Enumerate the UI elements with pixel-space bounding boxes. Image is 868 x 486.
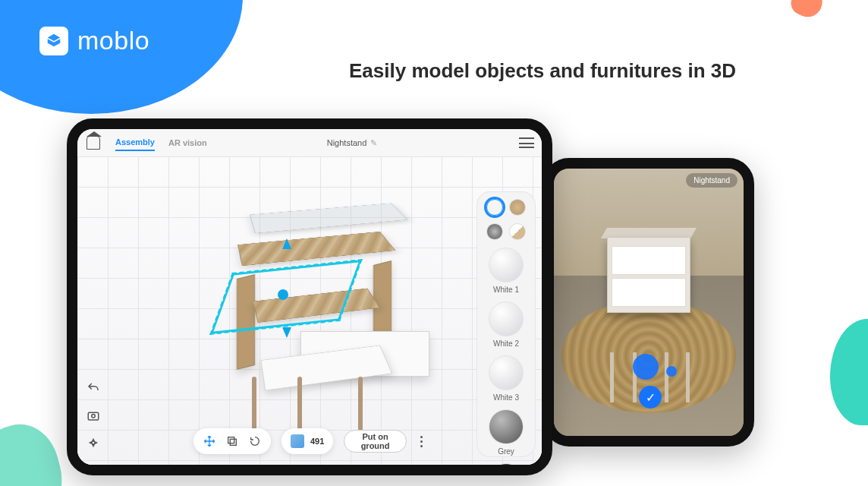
reset-tool-icon[interactable]	[248, 434, 262, 448]
tab-assembly[interactable]: Assembly	[115, 134, 155, 151]
move-tool-icon[interactable]	[203, 434, 216, 448]
move-up-arrow-icon[interactable]	[282, 238, 291, 249]
material-item-white2[interactable]: White 2	[489, 301, 524, 348]
material-label: White 1	[493, 286, 519, 294]
material-panel: White 1 White 2 White 3 Grey	[476, 191, 536, 457]
decor-blob-right	[830, 319, 868, 425]
ar-confirm-button[interactable]: ✓	[639, 386, 662, 409]
move-down-arrow-icon[interactable]	[282, 327, 291, 338]
tab-ar-vision[interactable]: AR vision	[168, 135, 207, 150]
home-icon[interactable]	[85, 134, 102, 151]
decor-blob-top-left	[0, 0, 243, 114]
document-title-text: Nightstand	[327, 138, 367, 147]
ar-title-overlay: Nightstand	[686, 173, 737, 188]
viewport-left-tools	[85, 380, 102, 451]
transform-tools	[193, 428, 271, 454]
tablet-editor: Assembly AR vision Nightstand ✎	[67, 118, 552, 475]
ar-move-gizmo-icon[interactable]	[633, 354, 659, 380]
material-item-white3[interactable]: White 3	[489, 355, 524, 402]
more-icon[interactable]	[417, 436, 426, 447]
finish-swatch-two-tone[interactable]	[509, 223, 526, 240]
put-on-ground-button[interactable]: Put on ground	[344, 430, 406, 453]
material-label: Grey	[498, 447, 514, 456]
editor-viewport[interactable]: 491 Put on ground Whi	[77, 156, 542, 465]
move-gizmo-icon[interactable]	[278, 289, 288, 300]
bottom-toolbar: 491 Put on ground	[193, 428, 426, 454]
svg-point-1	[92, 415, 96, 418]
undo-icon[interactable]	[85, 380, 102, 396]
material-item-white1[interactable]: White 1	[489, 248, 524, 294]
finish-swatch-stone[interactable]	[486, 223, 503, 240]
cube-icon	[291, 434, 304, 448]
edit-title-icon[interactable]: ✎	[370, 138, 377, 147]
material-label: White 3	[493, 393, 519, 402]
decor-blob-top-right	[787, 0, 827, 22]
camera-icon[interactable]	[85, 407, 102, 424]
svg-rect-3	[230, 439, 236, 445]
material-label: White 2	[493, 339, 519, 348]
poly-count-value: 491	[310, 437, 324, 446]
marketing-headline: Easily model objects and furnitures in 3…	[349, 59, 736, 83]
brand: moblo	[39, 26, 149, 55]
poly-count-pill: 491	[281, 428, 333, 454]
brand-name: moblo	[77, 26, 149, 55]
document-title[interactable]: Nightstand ✎	[327, 138, 378, 148]
svg-rect-0	[88, 412, 99, 420]
material-item-grey[interactable]: Grey	[489, 409, 524, 456]
ar-nightstand-model[interactable]	[599, 237, 698, 358]
finish-swatch-wood[interactable]	[509, 199, 526, 216]
tablet-ar-preview: Nightstand ✓	[543, 158, 754, 447]
check-icon: ✓	[646, 390, 656, 405]
orbit-icon[interactable]	[85, 434, 102, 451]
svg-rect-2	[228, 437, 234, 443]
menu-icon[interactable]	[519, 137, 534, 148]
decor-blob-bottom-left	[0, 416, 72, 486]
ar-scene: Nightstand ✓	[554, 169, 744, 436]
brand-logo-icon	[39, 27, 68, 55]
top-bar: Assembly AR vision Nightstand ✎	[77, 129, 542, 156]
put-on-ground-label: Put on ground	[355, 432, 395, 450]
finish-swatch-white[interactable]	[486, 199, 503, 216]
material-item-dark[interactable]	[489, 463, 524, 465]
duplicate-tool-icon[interactable]	[225, 434, 239, 448]
